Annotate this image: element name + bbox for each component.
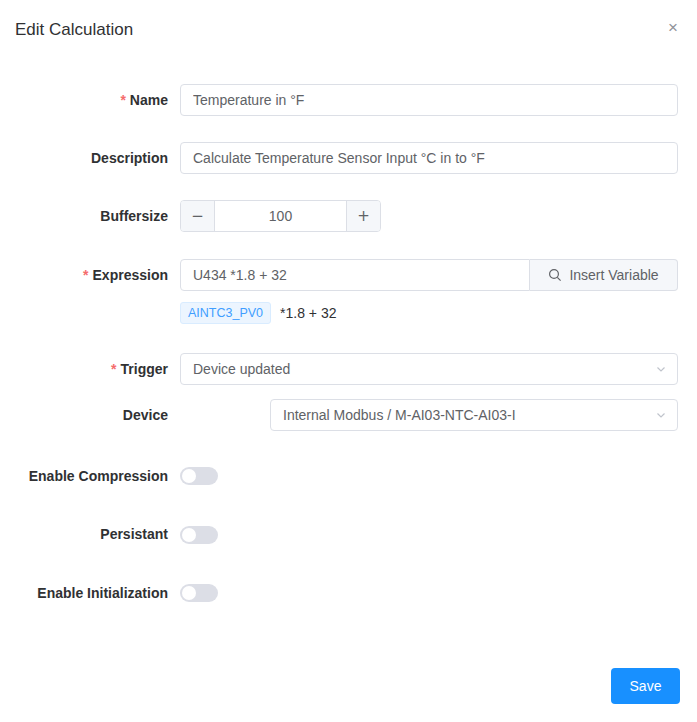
trigger-row: *Trigger Device updated [0, 353, 678, 385]
buffersize-stepper: − + [180, 200, 381, 232]
edit-calculation-form: *Name Description Buffersize − + [0, 84, 678, 642]
description-row: Description [0, 142, 678, 174]
decrease-button[interactable]: − [181, 201, 215, 231]
expression-input[interactable] [180, 259, 530, 291]
trigger-select[interactable]: Device updated [180, 353, 678, 385]
increase-button[interactable]: + [346, 201, 380, 231]
modal-title: Edit Calculation [15, 20, 681, 40]
trigger-label: *Trigger [0, 353, 180, 385]
enable-initialization-row: Enable Initialization [0, 584, 678, 602]
chevron-down-icon [655, 363, 667, 375]
device-select[interactable]: Internal Modbus / M-AI03-NTC-AI03-I [270, 399, 678, 431]
modal-header: Edit Calculation × [0, 0, 697, 40]
insert-variable-label: Insert Variable [569, 267, 658, 283]
edit-calculation-modal: Edit Calculation × *Name Description Buf… [0, 0, 697, 722]
device-row: Device Internal Modbus / M-AI03-NTC-AI03… [0, 399, 678, 431]
enable-compression-toggle[interactable] [180, 467, 218, 485]
name-row: *Name [0, 84, 678, 116]
enable-initialization-label: Enable Initialization [0, 584, 180, 602]
toggle-knob [182, 528, 196, 542]
chevron-down-icon [655, 409, 667, 421]
toggle-knob [182, 469, 196, 483]
expression-preview-rest: *1.8 + 32 [280, 305, 336, 321]
save-button[interactable]: Save [611, 668, 680, 704]
close-icon[interactable]: × [663, 18, 683, 38]
description-input[interactable] [180, 142, 678, 174]
insert-variable-button[interactable]: Insert Variable [530, 259, 678, 291]
enable-initialization-toggle[interactable] [180, 584, 218, 602]
search-icon [548, 268, 562, 282]
device-select-value: Internal Modbus / M-AI03-NTC-AI03-I [283, 407, 516, 423]
trigger-select-value: Device updated [193, 361, 290, 377]
device-label: Device [0, 399, 180, 431]
buffersize-input[interactable] [215, 201, 346, 231]
description-label: Description [0, 142, 180, 174]
buffersize-label: Buffersize [0, 200, 180, 232]
buffersize-row: Buffersize − + [0, 200, 678, 232]
persistant-row: Persistant [0, 525, 678, 543]
expression-row: *Expression Insert Variable [0, 259, 678, 324]
toggle-knob [182, 586, 196, 600]
name-label: *Name [0, 84, 180, 116]
expression-preview: AINTC3_PV0 *1.8 + 32 [180, 302, 678, 324]
enable-compression-label: Enable Compression [0, 467, 180, 485]
required-asterisk: * [111, 361, 116, 377]
required-asterisk: * [83, 267, 88, 283]
enable-compression-row: Enable Compression [0, 467, 678, 485]
required-asterisk: * [120, 92, 125, 108]
expression-label: *Expression [0, 259, 180, 291]
persistant-toggle[interactable] [180, 526, 218, 544]
name-input[interactable] [180, 84, 678, 116]
variable-tag: AINTC3_PV0 [180, 302, 271, 324]
persistant-label: Persistant [0, 525, 180, 543]
